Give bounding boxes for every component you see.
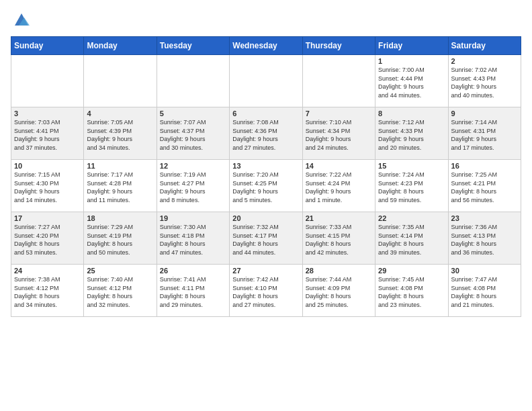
calendar-week-row: 24Sunrise: 7:38 AM Sunset: 4:12 PM Dayli… — [11, 265, 521, 317]
calendar-cell: 8Sunrise: 7:12 AM Sunset: 4:33 PM Daylig… — [375, 107, 448, 160]
calendar-cell: 17Sunrise: 7:27 AM Sunset: 4:20 PM Dayli… — [11, 212, 84, 265]
day-number: 23 — [451, 214, 518, 222]
day-info: Sunrise: 7:03 AM Sunset: 4:41 PM Dayligh… — [14, 118, 81, 152]
calendar-header-row: SundayMondayTuesdayWednesdayThursdayFrid… — [11, 37, 521, 55]
calendar-cell: 10Sunrise: 7:15 AM Sunset: 4:30 PM Dayli… — [11, 160, 84, 212]
day-info: Sunrise: 7:10 AM Sunset: 4:34 PM Dayligh… — [306, 118, 372, 152]
calendar-cell: 12Sunrise: 7:19 AM Sunset: 4:27 PM Dayli… — [157, 160, 229, 212]
calendar-cell: 27Sunrise: 7:42 AM Sunset: 4:10 PM Dayli… — [230, 265, 302, 317]
calendar-cell: 15Sunrise: 7:24 AM Sunset: 4:23 PM Dayli… — [375, 160, 448, 212]
calendar-cell: 13Sunrise: 7:20 AM Sunset: 4:25 PM Dayli… — [230, 160, 302, 212]
calendar-cell: 23Sunrise: 7:36 AM Sunset: 4:13 PM Dayli… — [448, 212, 521, 265]
day-number: 29 — [378, 267, 445, 275]
calendar-cell: 20Sunrise: 7:32 AM Sunset: 4:17 PM Dayli… — [230, 212, 302, 265]
day-number: 1 — [378, 57, 445, 65]
day-info: Sunrise: 7:08 AM Sunset: 4:36 PM Dayligh… — [232, 118, 299, 152]
day-number: 4 — [87, 109, 153, 118]
weekday-header: Tuesday — [157, 37, 229, 55]
calendar-cell: 6Sunrise: 7:08 AM Sunset: 4:36 PM Daylig… — [230, 107, 302, 160]
day-info: Sunrise: 7:40 AM Sunset: 4:12 PM Dayligh… — [87, 275, 153, 309]
calendar-cell: 25Sunrise: 7:40 AM Sunset: 4:12 PM Dayli… — [84, 265, 157, 317]
page: SundayMondayTuesdayWednesdayThursdayFrid… — [0, 0, 532, 322]
weekday-header: Sunday — [11, 37, 84, 55]
calendar-cell: 26Sunrise: 7:41 AM Sunset: 4:11 PM Dayli… — [157, 265, 229, 317]
weekday-header: Wednesday — [230, 37, 302, 55]
day-info: Sunrise: 7:25 AM Sunset: 4:21 PM Dayligh… — [451, 171, 518, 204]
day-info: Sunrise: 7:02 AM Sunset: 4:43 PM Dayligh… — [451, 66, 518, 99]
calendar-cell: 30Sunrise: 7:47 AM Sunset: 4:08 PM Dayli… — [448, 265, 521, 317]
calendar-cell: 2Sunrise: 7:02 AM Sunset: 4:43 PM Daylig… — [448, 55, 521, 107]
logo-icon — [12, 11, 31, 30]
calendar-cell: 16Sunrise: 7:25 AM Sunset: 4:21 PM Dayli… — [448, 160, 521, 212]
day-number: 28 — [306, 267, 372, 275]
day-number: 19 — [160, 214, 226, 222]
day-info: Sunrise: 7:41 AM Sunset: 4:11 PM Dayligh… — [160, 275, 226, 309]
day-number: 5 — [160, 109, 226, 118]
day-info: Sunrise: 7:19 AM Sunset: 4:27 PM Dayligh… — [160, 171, 226, 204]
weekday-header: Thursday — [302, 37, 375, 55]
day-info: Sunrise: 7:27 AM Sunset: 4:20 PM Dayligh… — [14, 223, 81, 257]
day-info: Sunrise: 7:42 AM Sunset: 4:10 PM Dayligh… — [232, 275, 299, 309]
day-info: Sunrise: 7:12 AM Sunset: 4:33 PM Dayligh… — [378, 118, 445, 152]
day-number: 3 — [14, 109, 81, 118]
day-info: Sunrise: 7:24 AM Sunset: 4:23 PM Dayligh… — [378, 171, 445, 204]
day-info: Sunrise: 7:47 AM Sunset: 4:08 PM Dayligh… — [451, 275, 518, 309]
day-info: Sunrise: 7:33 AM Sunset: 4:15 PM Dayligh… — [306, 223, 372, 257]
day-number: 21 — [306, 214, 372, 222]
calendar-cell: 3Sunrise: 7:03 AM Sunset: 4:41 PM Daylig… — [11, 107, 84, 160]
calendar-cell: 11Sunrise: 7:17 AM Sunset: 4:28 PM Dayli… — [84, 160, 157, 212]
calendar-cell: 24Sunrise: 7:38 AM Sunset: 4:12 PM Dayli… — [11, 265, 84, 317]
calendar-cell — [230, 55, 302, 107]
day-info: Sunrise: 7:14 AM Sunset: 4:31 PM Dayligh… — [451, 118, 518, 152]
calendar-week-row: 17Sunrise: 7:27 AM Sunset: 4:20 PM Dayli… — [11, 212, 521, 265]
day-number: 6 — [232, 109, 299, 118]
logo — [11, 11, 31, 30]
day-number: 27 — [232, 267, 299, 275]
day-info: Sunrise: 7:15 AM Sunset: 4:30 PM Dayligh… — [14, 171, 81, 204]
calendar-cell: 22Sunrise: 7:35 AM Sunset: 4:14 PM Dayli… — [375, 212, 448, 265]
day-info: Sunrise: 7:05 AM Sunset: 4:39 PM Dayligh… — [87, 118, 153, 152]
calendar: SundayMondayTuesdayWednesdayThursdayFrid… — [11, 36, 521, 317]
day-number: 11 — [87, 162, 153, 170]
day-info: Sunrise: 7:35 AM Sunset: 4:14 PM Dayligh… — [378, 223, 445, 257]
calendar-cell: 1Sunrise: 7:00 AM Sunset: 4:44 PM Daylig… — [375, 55, 448, 107]
day-number: 30 — [451, 267, 518, 275]
day-number: 15 — [378, 162, 445, 170]
day-number: 18 — [87, 214, 153, 222]
day-number: 10 — [14, 162, 81, 170]
calendar-cell: 7Sunrise: 7:10 AM Sunset: 4:34 PM Daylig… — [302, 107, 375, 160]
weekday-header: Saturday — [448, 37, 521, 55]
weekday-header: Monday — [84, 37, 157, 55]
day-info: Sunrise: 7:22 AM Sunset: 4:24 PM Dayligh… — [306, 171, 372, 204]
calendar-cell: 28Sunrise: 7:44 AM Sunset: 4:09 PM Dayli… — [302, 265, 375, 317]
calendar-cell — [157, 55, 229, 107]
day-number: 14 — [306, 162, 372, 170]
day-info: Sunrise: 7:17 AM Sunset: 4:28 PM Dayligh… — [87, 171, 153, 204]
calendar-cell: 5Sunrise: 7:07 AM Sunset: 4:37 PM Daylig… — [157, 107, 229, 160]
day-number: 17 — [14, 214, 81, 222]
day-number: 26 — [160, 267, 226, 275]
day-number: 25 — [87, 267, 153, 275]
calendar-week-row: 10Sunrise: 7:15 AM Sunset: 4:30 PM Dayli… — [11, 160, 521, 212]
day-number: 13 — [232, 162, 299, 170]
day-info: Sunrise: 7:44 AM Sunset: 4:09 PM Dayligh… — [306, 275, 372, 309]
calendar-week-row: 3Sunrise: 7:03 AM Sunset: 4:41 PM Daylig… — [11, 107, 521, 160]
day-info: Sunrise: 7:30 AM Sunset: 4:18 PM Dayligh… — [160, 223, 226, 257]
calendar-cell: 14Sunrise: 7:22 AM Sunset: 4:24 PM Dayli… — [302, 160, 375, 212]
day-number: 16 — [451, 162, 518, 170]
day-number: 22 — [378, 214, 445, 222]
calendar-cell: 18Sunrise: 7:29 AM Sunset: 4:19 PM Dayli… — [84, 212, 157, 265]
day-number: 24 — [14, 267, 81, 275]
calendar-week-row: 1Sunrise: 7:00 AM Sunset: 4:44 PM Daylig… — [11, 55, 521, 107]
calendar-cell: 9Sunrise: 7:14 AM Sunset: 4:31 PM Daylig… — [448, 107, 521, 160]
weekday-header: Friday — [375, 37, 448, 55]
day-info: Sunrise: 7:29 AM Sunset: 4:19 PM Dayligh… — [87, 223, 153, 257]
day-info: Sunrise: 7:07 AM Sunset: 4:37 PM Dayligh… — [160, 118, 226, 152]
day-info: Sunrise: 7:45 AM Sunset: 4:08 PM Dayligh… — [378, 275, 445, 309]
calendar-cell — [302, 55, 375, 107]
day-number: 2 — [451, 57, 518, 65]
calendar-cell: 4Sunrise: 7:05 AM Sunset: 4:39 PM Daylig… — [84, 107, 157, 160]
day-info: Sunrise: 7:36 AM Sunset: 4:13 PM Dayligh… — [451, 223, 518, 257]
day-info: Sunrise: 7:32 AM Sunset: 4:17 PM Dayligh… — [232, 223, 299, 257]
day-info: Sunrise: 7:38 AM Sunset: 4:12 PM Dayligh… — [14, 275, 81, 309]
